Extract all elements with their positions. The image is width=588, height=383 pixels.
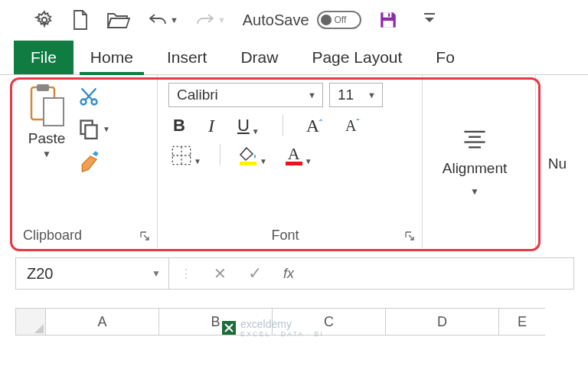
borders-button[interactable]: ▼ [172,146,201,165]
svg-rect-3 [388,13,390,16]
watermark: exceldemy EXCEL · DATA · BI [222,318,324,338]
bold-button[interactable]: B [173,116,185,136]
fill-color-button[interactable]: ▼ [239,146,267,165]
autosave-state: Off [335,15,347,25]
fx-icon[interactable]: fx [283,266,294,282]
copy-button[interactable]: ▼ [78,118,110,139]
chevron-down-icon: ▼ [260,157,267,165]
column-header[interactable]: A [46,308,159,336]
font-launcher-icon[interactable] [403,230,416,242]
italic-button[interactable]: I [208,116,214,136]
paste-label: Paste [28,130,66,147]
grow-font-button[interactable]: Aˆ [306,116,322,136]
autosave-toggle-group: AutoSave Off [243,11,361,29]
select-all-corner[interactable] [15,308,46,336]
chevron-down-icon: ▼ [305,157,312,165]
chevron-down-icon: ▼ [368,90,376,100]
quick-access-toolbar: ▼ ▼ AutoSave Off [0,0,588,38]
chevron-down-icon: ▼ [170,15,178,25]
divider [283,115,283,136]
tab-page-layout[interactable]: Page Layout [295,41,419,74]
chevron-down-icon: ▼ [252,127,260,136]
customize-qat-icon[interactable] [424,13,435,27]
group-number: Nu [536,75,579,248]
chevron-down-icon: ▼ [308,90,316,100]
svg-rect-7 [44,98,64,126]
group-font: Calibri ▼ 11 ▼ B I U ▼ Aˆ Aˇ [158,75,423,248]
tab-formulas[interactable]: Fo [419,41,472,74]
clipboard-group-label: Clipboard [23,228,82,244]
group-clipboard: Paste ▼ ▼ Clipboard [14,75,158,248]
group-alignment: Alignment ▼ [423,75,536,248]
settings-icon[interactable] [34,10,54,30]
autosave-toggle[interactable]: Off [317,11,361,29]
toggle-knob [321,15,332,25]
shrink-font-button[interactable]: Aˇ [345,117,359,135]
font-name-combo[interactable]: Calibri ▼ [168,83,323,107]
watermark-brand: exceldemy [240,318,292,330]
font-name-value: Calibri [177,87,218,103]
clipboard-launcher-icon[interactable] [139,230,151,242]
name-box[interactable]: Z20 ▼ [16,258,169,289]
confirm-icon[interactable]: ✓ [248,264,262,283]
open-folder-icon[interactable] [106,11,131,29]
paste-button[interactable]: Paste ▼ [20,83,74,226]
format-painter-button[interactable] [78,150,110,175]
font-color-button[interactable]: A ▼ [286,146,312,165]
font-size-value: 11 [338,87,354,103]
undo-button[interactable]: ▼ [148,11,178,28]
cancel-icon[interactable]: ✕ [214,264,227,283]
ribbon: Paste ▼ ▼ Clipboard [0,75,588,237]
number-group-label: Nu [548,155,567,172]
font-group-label: Font [167,228,403,244]
chevron-down-icon[interactable]: ▼ [470,186,479,197]
underline-label: U [237,116,250,136]
svg-point-0 [42,18,47,23]
tab-draw[interactable]: Draw [224,41,295,74]
new-file-icon[interactable] [71,9,90,31]
center-align-icon[interactable] [462,128,488,152]
svg-rect-2 [383,21,393,28]
underline-button[interactable]: U ▼ [237,116,260,136]
formula-bar: Z20 ▼ ⋮ ✕ ✓ fx [15,257,574,290]
save-icon[interactable] [378,10,398,30]
name-box-value: Z20 [27,265,53,283]
chevron-down-icon: ▼ [103,125,110,133]
chevron-down-icon: ▼ [217,15,226,25]
watermark-sub: EXCEL · DATA · BI [240,330,324,338]
tab-home[interactable]: Home [74,41,150,74]
tab-insert[interactable]: Insert [150,41,224,74]
chevron-down-icon: ▼ [42,149,51,159]
column-header[interactable]: E [499,308,545,336]
cut-button[interactable] [78,86,110,107]
divider: ⋮ [180,267,192,281]
tab-file[interactable]: File [14,41,74,74]
divider [220,144,220,165]
ribbon-tabs: File Home Insert Draw Page Layout Fo [0,38,588,75]
chevron-down-icon: ▼ [152,268,161,279]
svg-rect-4 [424,13,435,15]
svg-rect-11 [85,125,96,139]
alignment-group-label: Alignment [443,160,508,177]
svg-rect-1 [383,12,391,18]
svg-rect-6 [37,84,49,91]
chevron-down-icon: ▼ [194,157,201,165]
autosave-label: AutoSave [243,11,309,29]
redo-button[interactable]: ▼ [195,11,226,28]
font-size-combo[interactable]: 11 ▼ [329,83,383,107]
column-header[interactable]: D [386,308,499,336]
